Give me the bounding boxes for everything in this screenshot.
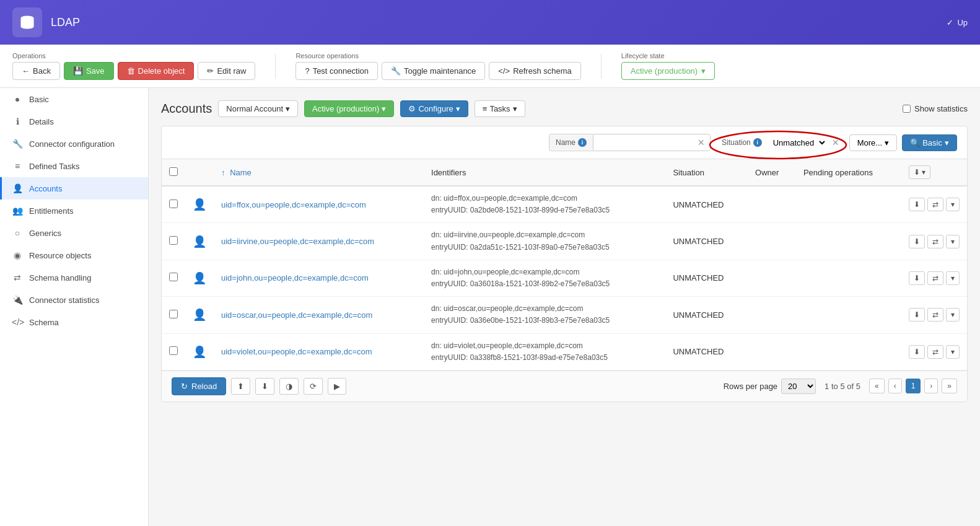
arrow-left-icon: ← [22,66,30,76]
sidebar-item-connector-configuration[interactable]: 🔧 Connector configuration [0,133,148,155]
select-all-checkbox[interactable] [169,167,178,176]
sidebar-item-defined-tasks[interactable]: ≡ Defined Tasks [0,155,148,177]
edit-icon: ✏ [207,66,214,76]
pagination: Rows per page 20 50 100 1 to 5 of 5 « ‹ … [724,379,957,394]
person-icon: 👤 [193,309,206,321]
situation-filter-clear[interactable]: ✕ [827,134,844,151]
code-tag-icon: </> [12,317,23,327]
row-more-btn[interactable]: ▾ [946,198,960,211]
table-row: 👤 uid=ffox,ou=people,dc=example,dc=com d… [162,186,967,223]
back-button[interactable]: ← Back [12,62,60,80]
name-filter-clear[interactable]: ✕ [693,134,710,151]
save-button[interactable]: 💾 Save [64,62,114,80]
info-icon: ℹ [12,116,23,126]
row-more-btn[interactable]: ▾ [946,308,960,322]
resource-operations-label: Resource operations [295,52,580,59]
sidebar-item-resource-objects[interactable]: ◉ Resource objects [0,244,148,266]
col-situation: Situation [665,159,748,186]
lifecycle-label: Lifecycle state [621,52,715,59]
col-name[interactable]: ↑ Name [214,159,424,186]
sidebar-item-schema[interactable]: </> Schema [0,311,148,333]
row-actions: ⬇ ⇄ ▾ [909,235,960,248]
last-page-btn[interactable]: » [942,379,957,393]
prev-page-btn[interactable]: ‹ [888,379,902,393]
divider-2 [601,54,602,79]
current-page-btn[interactable]: 1 [906,379,921,393]
operations-label: Operations [12,52,255,59]
table-row: 👤 uid=violet,ou=people,dc=example,dc=com… [162,333,967,370]
account-name-link[interactable]: uid=violet,ou=people,dc=example,dc=com [221,347,372,356]
resource-operations-buttons: ? Test connection 🔧 Toggle maintenance <… [295,62,580,80]
download-button[interactable]: ⬇ [255,378,274,395]
show-statistics: Show statistics [903,104,968,113]
row-actions: ⬇ ⇄ ▾ [909,308,960,322]
sidebar-item-schema-handling[interactable]: ⇄ Schema handling [0,266,148,289]
person-icon: 👤 [12,183,23,193]
sidebar-item-details[interactable]: ℹ Details [0,110,148,133]
next-page-btn[interactable]: › [924,379,938,393]
owner-cell [748,223,796,260]
row-download-btn[interactable]: ⬇ [909,198,925,211]
reload-button[interactable]: ↻ Reload [172,377,226,395]
row-checkbox[interactable] [169,199,178,208]
sidebar-item-entitlements[interactable]: 👥 Entitlements [0,199,148,222]
row-download-btn[interactable]: ⬇ [909,271,925,285]
chevron-down-icon: ▾ [456,104,460,113]
sidebar-item-accounts[interactable]: 👤 Accounts [0,177,148,199]
rows-per-page: Rows per page 20 50 100 [724,379,816,394]
account-name-link[interactable]: uid=iirvine,ou=people,dc=example,dc=com [221,237,374,246]
sidebar-item-basic[interactable]: ● Basic [0,88,148,110]
row-sync-btn[interactable]: ⇄ [927,308,943,322]
show-statistics-checkbox[interactable] [903,105,911,113]
row-sync-btn[interactable]: ⇄ [927,235,943,248]
configure-button[interactable]: ⚙ Configure ▾ [400,100,468,117]
refresh-schema-button[interactable]: </> Refresh schema [489,62,580,80]
row-checkbox[interactable] [169,273,178,281]
pending-operations-cell [796,333,901,370]
first-page-btn[interactable]: « [869,379,885,393]
save-icon: 💾 [73,66,83,76]
row-sync-btn[interactable]: ⇄ [927,198,943,211]
row-more-btn[interactable]: ▾ [946,345,960,359]
download-all-btn[interactable]: ⬇ ▾ [909,165,930,179]
account-name-link[interactable]: uid=oscar,ou=people,dc=example,dc=com [221,310,372,320]
row-download-btn[interactable]: ⬇ [909,345,925,359]
main-content: Accounts Normal Account ▾ Active (produc… [149,88,980,526]
edit-raw-button[interactable]: ✏ Edit raw [198,62,255,80]
more-filters-button[interactable]: More... ▾ [849,134,897,151]
situation-cell: UNMATCHED [665,186,748,223]
row-download-btn[interactable]: ⬇ [909,308,925,322]
upload-button[interactable]: ⬆ [231,378,250,395]
row-more-btn[interactable]: ▾ [946,271,960,285]
account-name-link[interactable]: uid=john,ou=people,dc=example,dc=com [221,273,369,283]
lifecycle-dropdown[interactable]: Active (production) ▾ [304,100,394,117]
row-download-btn[interactable]: ⬇ [909,235,925,248]
sidebar-item-connector-statistics[interactable]: 🔌 Connector statistics [0,289,148,311]
situation-filter-select[interactable]: Unmatched [768,134,827,151]
row-sync-btn[interactable]: ⇄ [927,345,943,359]
operations-section: Operations ← Back 💾 Save 🗑 Delete object… [12,52,255,80]
basic-search-button[interactable]: 🔍 Basic ▾ [902,134,957,151]
account-type-dropdown[interactable]: Normal Account ▾ [218,100,298,117]
toggle-maintenance-button[interactable]: 🔧 Toggle maintenance [382,62,485,80]
row-actions: ⬇ ⇄ ▾ [909,271,960,285]
name-filter-label: Name i [549,135,593,150]
account-name-link[interactable]: uid=ffox,ou=people,dc=example,dc=com [221,200,366,209]
pie-chart-button[interactable]: ◑ [279,378,299,395]
name-filter-input[interactable] [593,135,693,151]
sync-button[interactable]: ⟳ [304,378,323,395]
situation-cell: UNMATCHED [665,297,748,333]
lifecycle-button[interactable]: Active (production) ▾ [621,62,715,80]
sidebar-item-generics[interactable]: ○ Generics [0,222,148,244]
rows-per-page-select[interactable]: 20 50 100 [781,379,816,394]
row-checkbox[interactable] [169,236,178,245]
tasks-button[interactable]: ≡ Tasks ▾ [475,100,525,117]
test-connection-button[interactable]: ? Test connection [295,62,378,80]
play-button[interactable]: ▶ [328,378,346,395]
row-more-btn[interactable]: ▾ [946,235,960,248]
checkmark-icon: ✓ [947,18,953,27]
row-checkbox[interactable] [169,310,178,318]
row-sync-btn[interactable]: ⇄ [927,271,943,285]
delete-button[interactable]: 🗑 Delete object [118,62,195,80]
row-checkbox[interactable] [169,346,178,355]
